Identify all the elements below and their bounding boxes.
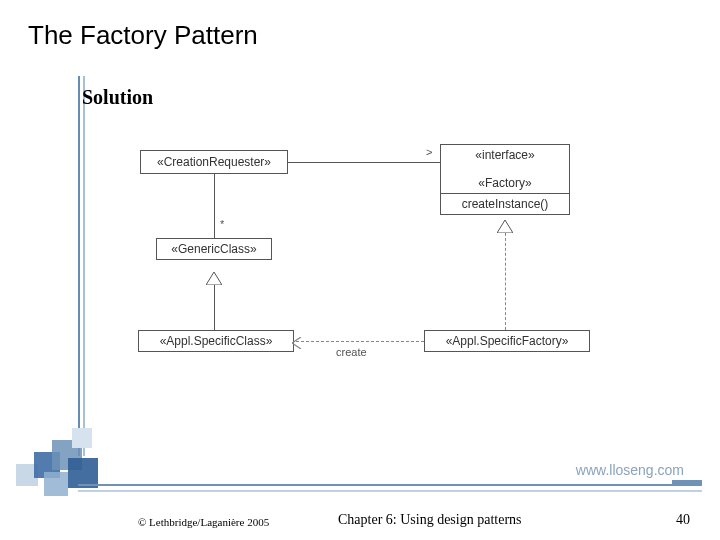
arrowhead-right-icon: >	[426, 146, 432, 158]
realization-icon	[497, 220, 513, 233]
box-factory-interface: «interface» «Factory» createInstance()	[440, 144, 570, 215]
dependency-create	[296, 341, 424, 342]
label-creation-requester: «CreationRequester»	[157, 155, 271, 169]
box-generic-class: «GenericClass»	[156, 238, 272, 260]
box-appl-specific-factory: «Appl.SpecificFactory»	[424, 330, 590, 352]
label-generic-class: «GenericClass»	[171, 242, 256, 256]
corner-art-icon	[16, 428, 116, 498]
box-appl-specific-class: «Appl.SpecificClass»	[138, 330, 294, 352]
chapter-text: Chapter 6: Using design patterns	[338, 512, 522, 528]
decor-hline-top	[78, 484, 702, 486]
label-appl-specific-factory: «Appl.SpecificFactory»	[446, 334, 569, 348]
gen-line-specificclass	[214, 285, 215, 330]
decor-vline-outer	[78, 76, 80, 456]
page-title: The Factory Pattern	[28, 20, 258, 51]
label-appl-specific-class: «Appl.SpecificClass»	[160, 334, 273, 348]
svg-marker-0	[206, 272, 222, 285]
box-creation-requester: «CreationRequester»	[140, 150, 288, 174]
slide: The Factory Pattern Solution «CreationRe…	[0, 0, 720, 540]
assoc-requester-generic	[214, 174, 215, 238]
section-heading: Solution	[82, 86, 153, 109]
footer: © Lethbridge/Laganière 2005 Chapter 6: U…	[0, 502, 720, 528]
assoc-requester-factory	[288, 162, 440, 163]
dependency-arrowhead-icon	[292, 335, 302, 353]
label-create-instance: createInstance()	[447, 197, 563, 211]
multiplicity-star: *	[220, 218, 224, 230]
create-label: create	[336, 346, 367, 358]
realization-line	[505, 233, 506, 330]
decor-vline-inner	[83, 76, 85, 456]
copyright-text: © Lethbridge/Laganière 2005	[138, 516, 269, 528]
label-interface: «interface»	[447, 148, 563, 162]
svg-marker-1	[497, 220, 513, 233]
decor-hline-bot	[78, 490, 702, 492]
website-text: www.lloseng.com	[576, 462, 684, 478]
label-factory: «Factory»	[447, 176, 563, 190]
page-number: 40	[676, 512, 690, 528]
uml-diagram: «CreationRequester» «interface» «Factory…	[120, 144, 640, 382]
generalization-icon	[206, 272, 222, 285]
